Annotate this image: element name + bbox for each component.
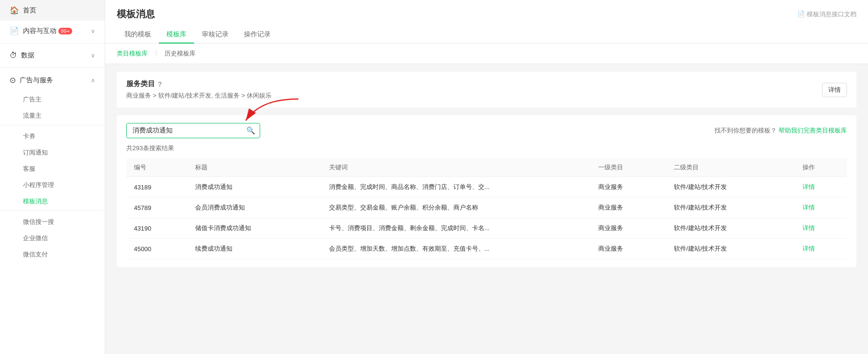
table-row: 43189 消费成功通知 消费金额、完成时间、商品名称、消费门店、订单号、交..… xyxy=(126,177,847,198)
sidebar-home-label: 首页 xyxy=(23,6,36,15)
sub-tabs: 类目模板库 | 历史模板库 xyxy=(105,44,868,64)
cell-keywords-1: 交易类型、交易金额、账户余额、积分余额、商户名称 xyxy=(321,198,591,218)
ad-icon: ⊙ xyxy=(10,76,16,85)
help-link[interactable]: 帮助我们完善类目模板库 xyxy=(779,127,847,134)
sub-tab-history-library[interactable]: 历史模板库 xyxy=(165,48,196,59)
tab-review-records[interactable]: 审核记录 xyxy=(194,26,236,44)
page-title: 模板消息 xyxy=(117,8,155,21)
content-area: 服务类目 ? 商业服务 > 软件/建站/技术开发, 生活服务 > 休闲娱乐 详情 xyxy=(105,64,868,354)
tab-template-library[interactable]: 模板库 xyxy=(159,26,194,44)
table-header-row: 编号 标题 关键词 一级类目 二级类目 操作 xyxy=(126,158,847,177)
detail-link-0[interactable]: 详情 xyxy=(802,183,815,190)
service-cat-title: 服务类目 ? xyxy=(126,79,272,88)
detail-link-1[interactable]: 详情 xyxy=(802,204,815,211)
sidebar-item-weixin-search[interactable]: 微信搜一搜 xyxy=(0,213,105,229)
search-input[interactable] xyxy=(126,123,260,138)
sidebar-data-label: 数据 xyxy=(21,51,34,60)
help-icon[interactable]: ? xyxy=(158,80,162,88)
sidebar-item-data[interactable]: ⏱ 数据 ∨ xyxy=(0,45,105,66)
sidebar-item-enterprise-weixin[interactable]: 企业微信 xyxy=(0,229,105,245)
cell-cat2-1: 软件/建站/技术开发 xyxy=(666,198,795,218)
doc-icon: 📄 xyxy=(797,11,805,18)
search-input-wrap: 🔍 xyxy=(126,123,260,138)
cell-title-0: 消费成功通知 xyxy=(187,177,321,198)
sidebar-item-content[interactable]: 📄 内容与互动 99+ ∨ xyxy=(0,21,105,41)
search-section: 🔍 xyxy=(126,123,260,138)
service-cat-left: 服务类目 ? 商业服务 > 软件/建站/技术开发, 生活服务 > 休闲娱乐 xyxy=(126,79,272,100)
sidebar-ad-label: 广告与服务 xyxy=(20,76,53,85)
data-icon: ⏱ xyxy=(10,51,17,60)
col-number: 编号 xyxy=(126,158,187,177)
cell-action-2: 详情 xyxy=(795,218,847,239)
data-table: 编号 标题 关键词 一级类目 二级类目 操作 43189 消费成功通知 消费金额… xyxy=(126,158,847,259)
table-row: 43190 储值卡消费成功通知 卡号、消费项目、消费金额、剩余金额、完成时间、卡… xyxy=(126,218,847,239)
service-category-box: 服务类目 ? 商业服务 > 软件/建站/技术开发, 生活服务 > 休闲娱乐 详情 xyxy=(117,72,857,108)
sidebar-item-customer-service[interactable]: 客服 xyxy=(0,160,105,176)
doc-link[interactable]: 📄 模板消息接口文档 xyxy=(797,10,857,19)
sidebar-content-label: 内容与互动 xyxy=(23,27,56,35)
cell-cat1-0: 商业服务 xyxy=(591,177,666,198)
table-row: 45789 会员消费成功通知 交易类型、交易金额、账户余额、积分余额、商户名称 … xyxy=(126,198,847,218)
page-header: 模板消息 📄 模板消息接口文档 我的模板 模板库 审核记录 操作记录 xyxy=(105,0,868,44)
search-hint: 找不到你想要的模板？ 帮助我们完善类目模板库 xyxy=(714,126,847,135)
main-tabs: 我的模板 模板库 审核记录 操作记录 xyxy=(117,26,857,43)
chevron-down-icon-2: ∨ xyxy=(91,52,95,59)
sidebar-item-template-msg[interactable]: 模板消息 xyxy=(0,192,105,209)
sidebar-item-miniapp[interactable]: 小程序管理 xyxy=(0,176,105,192)
content-icon: 📄 xyxy=(10,26,19,35)
cell-cat1-3: 商业服务 xyxy=(591,239,666,259)
cell-keywords-3: 会员类型、增加天数、增加点数、有效期至、充值卡号、... xyxy=(321,239,591,259)
cell-keywords-0: 消费金额、完成时间、商品名称、消费门店、订单号、交... xyxy=(321,177,591,198)
cell-keywords-2: 卡号、消费项目、消费金额、剩余金额、完成时间、卡名... xyxy=(321,218,591,239)
sidebar-item-traffic[interactable]: 流量主 xyxy=(0,107,105,123)
cell-cat2-3: 软件/建站/技术开发 xyxy=(666,239,795,259)
cell-number-1: 45789 xyxy=(126,198,187,218)
cell-title-3: 续费成功通知 xyxy=(187,239,321,259)
sidebar-item-order-notify[interactable]: 订阅通知 xyxy=(0,144,105,160)
chevron-up-icon: ∧ xyxy=(91,77,95,84)
tab-operation-records[interactable]: 操作记录 xyxy=(236,26,278,44)
tab-my-templates[interactable]: 我的模板 xyxy=(117,26,159,44)
sub-tab-sep: | xyxy=(155,48,157,59)
search-row: 🔍 找不到你想要的模板？ 帮助我们完善类目模板库 xyxy=(126,123,847,138)
col-title: 标题 xyxy=(187,158,321,177)
cell-title-2: 储值卡消费成功通知 xyxy=(187,218,321,239)
sidebar-item-advertiser[interactable]: 广告主 xyxy=(0,90,105,107)
sidebar-item-coupon[interactable]: 卡券 xyxy=(0,127,105,144)
service-cat-breadcrumb: 商业服务 > 软件/建站/技术开发, 生活服务 > 休闲娱乐 xyxy=(126,91,272,100)
cell-action-3: 详情 xyxy=(795,239,847,259)
sidebar-divider-3 xyxy=(0,125,105,125)
page-title-row: 模板消息 📄 模板消息接口文档 xyxy=(117,8,857,21)
search-button[interactable]: 🔍 xyxy=(246,126,255,135)
sidebar-divider-4 xyxy=(0,210,105,211)
cell-cat1-1: 商业服务 xyxy=(591,198,666,218)
service-detail-button[interactable]: 详情 xyxy=(822,83,847,97)
sidebar-divider-2 xyxy=(0,67,105,68)
detail-link-2[interactable]: 详情 xyxy=(802,224,815,232)
sidebar-item-home[interactable]: 🏠 首页 xyxy=(0,0,105,21)
doc-link-text: 模板消息接口文档 xyxy=(807,10,857,19)
search-area: 🔍 找不到你想要的模板？ 帮助我们完善类目模板库 共293条搜索结果 编号 标题… xyxy=(117,115,857,267)
content-badge: 99+ xyxy=(58,28,72,34)
col-action: 操作 xyxy=(795,158,847,177)
col-cat1: 一级类目 xyxy=(591,158,666,177)
sidebar-item-ad[interactable]: ⊙ 广告与服务 ∧ xyxy=(0,70,105,90)
table-row: 45000 续费成功通知 会员类型、增加天数、增加点数、有效期至、充值卡号、..… xyxy=(126,239,847,259)
col-keywords: 关键词 xyxy=(321,158,591,177)
main-content: 模板消息 📄 模板消息接口文档 我的模板 模板库 审核记录 操作记录 类目模板库… xyxy=(105,0,868,354)
col-cat2: 二级类目 xyxy=(666,158,795,177)
cell-number-3: 45000 xyxy=(126,239,187,259)
detail-link-3[interactable]: 详情 xyxy=(802,245,815,252)
home-icon: 🏠 xyxy=(10,6,19,15)
cell-number-2: 43190 xyxy=(126,218,187,239)
cell-cat2-0: 软件/建站/技术开发 xyxy=(666,177,795,198)
cell-action-0: 详情 xyxy=(795,177,847,198)
sidebar-item-weixin-pay[interactable]: 微信支付 xyxy=(0,245,105,262)
sub-tab-category-library[interactable]: 类目模板库 xyxy=(117,48,148,59)
result-count: 共293条搜索结果 xyxy=(126,144,847,153)
sidebar: 🏠 首页 📄 内容与互动 99+ ∨ ⏱ 数据 ∨ ⊙ 广告与服务 ∧ 广告主 … xyxy=(0,0,105,354)
cell-number-0: 43189 xyxy=(126,177,187,198)
sidebar-divider xyxy=(0,43,105,44)
cell-cat1-2: 商业服务 xyxy=(591,218,666,239)
chevron-down-icon: ∨ xyxy=(91,28,95,34)
